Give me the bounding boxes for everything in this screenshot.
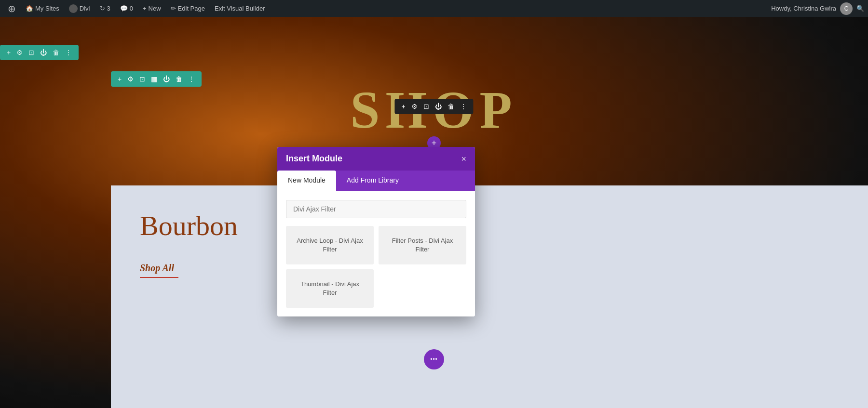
- row-add-icon[interactable]: +: [116, 74, 123, 84]
- column-toolbar: + ⚙ ⊡ ⏻ 🗑 ⋮: [394, 99, 473, 114]
- module-item-filter-posts[interactable]: Filter Posts - Divi Ajax Filter: [379, 226, 466, 264]
- updates-item[interactable]: ↻ 3: [96, 0, 114, 17]
- pencil-icon: ✏: [171, 5, 176, 12]
- more-options-button[interactable]: •••: [424, 349, 444, 369]
- module-grid-row2: Thumbnail - Divi Ajax Filter: [286, 269, 466, 308]
- section-add-icon[interactable]: +: [5, 48, 13, 57]
- shop-all-underline: [140, 277, 178, 278]
- modal-close-button[interactable]: ×: [461, 155, 466, 163]
- section-duplicate-icon[interactable]: ⊡: [27, 48, 36, 57]
- page-area: Bourbon Shop All + ⚙ ⊡ ⏻ 🗑 ⋮ + ⚙ ⊡ ▦ ⏻ 🗑…: [0, 17, 868, 408]
- section-disable-icon[interactable]: ⏻: [38, 48, 49, 57]
- module-item-thumbnail[interactable]: Thumbnail - Divi Ajax Filter: [286, 269, 374, 308]
- module-grid: Archive Loop - Divi Ajax Filter Filter P…: [286, 226, 466, 264]
- row-disable-icon[interactable]: ⏻: [161, 74, 172, 84]
- section-delete-icon[interactable]: 🗑: [51, 48, 61, 57]
- edit-page-label: Edit Page: [178, 5, 205, 12]
- modal-title: Insert Module: [286, 154, 342, 164]
- col-duplicate-icon[interactable]: ⊡: [421, 102, 431, 111]
- section-toolbar: + ⚙ ⊡ ⏻ 🗑 ⋮: [0, 45, 79, 60]
- tab-add-from-library[interactable]: Add From Library: [336, 171, 409, 191]
- row-columns-icon[interactable]: ▦: [149, 74, 159, 84]
- modal-tabs: New Module Add From Library: [277, 171, 475, 191]
- my-sites-label: My Sites: [35, 5, 59, 12]
- insert-module-modal: Insert Module × New Module Add From Libr…: [277, 147, 475, 316]
- wp-logo-icon: ⊕: [8, 3, 16, 14]
- comments-item[interactable]: 💬 0: [116, 0, 137, 17]
- exit-builder-label: Exit Visual Builder: [215, 5, 265, 12]
- col-more-icon[interactable]: ⋮: [458, 102, 469, 111]
- col-settings-icon[interactable]: ⚙: [409, 102, 420, 111]
- search-icon[interactable]: 🔍: [856, 5, 864, 12]
- shop-all-link[interactable]: Shop All: [140, 263, 174, 274]
- admin-bar: ⊕ 🏠 My Sites Divi ↻ 3 💬 0 + New ✏ Edit P…: [0, 0, 868, 17]
- row-settings-icon[interactable]: ⚙: [125, 74, 136, 84]
- new-icon: +: [143, 5, 147, 12]
- divi-label: Divi: [80, 5, 90, 12]
- exit-builder-item[interactable]: Exit Visual Builder: [211, 0, 269, 17]
- tab-new-module[interactable]: New Module: [277, 171, 336, 192]
- row-duplicate-icon[interactable]: ⊡: [137, 74, 147, 84]
- home-icon: 🏠: [26, 5, 33, 12]
- comments-icon: 💬: [120, 5, 128, 12]
- row-delete-icon[interactable]: 🗑: [174, 74, 184, 84]
- module-search-input[interactable]: [286, 200, 466, 218]
- dots-icon: •••: [430, 356, 438, 363]
- edit-page-item[interactable]: ✏ Edit Page: [167, 0, 209, 17]
- new-item[interactable]: + New: [139, 0, 165, 17]
- col-add-icon[interactable]: +: [399, 102, 407, 111]
- bourbon-heading: Bourbon: [140, 210, 238, 242]
- section-more-icon[interactable]: ⋮: [63, 48, 74, 57]
- wp-logo-item[interactable]: ⊕: [4, 0, 20, 17]
- divi-icon: [69, 4, 78, 13]
- col-delete-icon[interactable]: 🗑: [446, 102, 456, 111]
- avatar: C: [840, 2, 853, 15]
- user-greeting: Howdy, Christina Gwira: [771, 5, 836, 12]
- updates-icon: ↻: [100, 5, 105, 12]
- new-label: New: [149, 5, 161, 12]
- my-sites-item[interactable]: 🏠 My Sites: [22, 0, 63, 17]
- module-item-archive-loop[interactable]: Archive Loop - Divi Ajax Filter: [286, 226, 374, 264]
- row-toolbar: + ⚙ ⊡ ▦ ⏻ 🗑 ⋮: [111, 71, 202, 87]
- row-more-icon[interactable]: ⋮: [186, 74, 197, 84]
- updates-count: 3: [107, 5, 110, 12]
- divi-item[interactable]: Divi: [65, 0, 94, 17]
- modal-body: Archive Loop - Divi Ajax Filter Filter P…: [277, 191, 475, 316]
- section-settings-icon[interactable]: ⚙: [14, 48, 25, 57]
- adminbar-right: Howdy, Christina Gwira C 🔍: [771, 2, 864, 15]
- col-disable-icon[interactable]: ⏻: [433, 102, 444, 111]
- modal-header: Insert Module ×: [277, 147, 475, 171]
- comments-count: 0: [130, 5, 133, 12]
